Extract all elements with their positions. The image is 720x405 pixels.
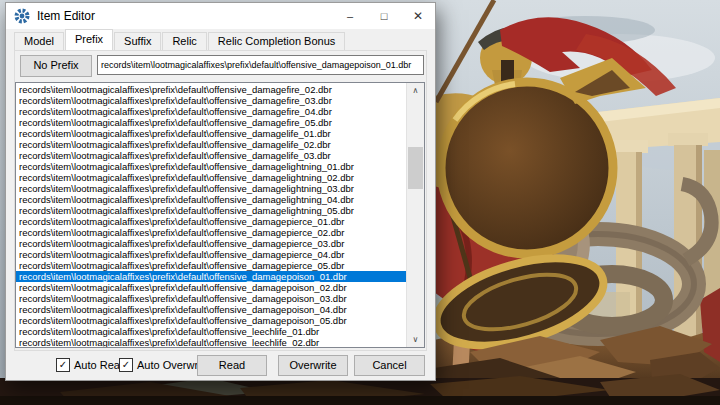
overwrite-button[interactable]: Overwrite	[278, 355, 348, 376]
tab-suffix[interactable]: Suffix	[114, 32, 161, 50]
checkmark-icon[interactable]: ✓	[119, 358, 133, 372]
list-item[interactable]: records\item\lootmagicalaffixes\prefix\d…	[16, 249, 406, 260]
tab-bar: ModelPrefixSuffixRelicRelic Completion B…	[14, 30, 427, 50]
scroll-down-icon[interactable]: ∨	[407, 332, 424, 347]
cancel-button[interactable]: Cancel	[354, 355, 425, 376]
list-item[interactable]: records\item\lootmagicalaffixes\prefix\d…	[16, 282, 406, 293]
list-item[interactable]: records\item\lootmagicalaffixes\prefix\d…	[16, 216, 406, 227]
titlebar[interactable]: Item Editor – □ ✕	[6, 3, 435, 29]
list-item[interactable]: records\item\lootmagicalaffixes\prefix\d…	[16, 117, 406, 128]
list-item[interactable]: records\item\lootmagicalaffixes\prefix\d…	[16, 227, 406, 238]
scroll-up-icon[interactable]: ∧	[407, 83, 424, 98]
list-item[interactable]: records\item\lootmagicalaffixes\prefix\d…	[16, 337, 406, 348]
window-title: Item Editor	[37, 9, 95, 23]
prefix-list: records\item\lootmagicalaffixes\prefix\d…	[16, 84, 406, 347]
list-item[interactable]: records\item\lootmagicalaffixes\prefix\d…	[16, 95, 406, 106]
close-button[interactable]: ✕	[401, 3, 435, 29]
tab-model[interactable]: Model	[14, 32, 64, 50]
list-item[interactable]: records\item\lootmagicalaffixes\prefix\d…	[16, 205, 406, 216]
maximize-button[interactable]: □	[367, 3, 401, 29]
list-item[interactable]: records\item\lootmagicalaffixes\prefix\d…	[16, 172, 406, 183]
item-editor-window: Item Editor – □ ✕ ModelPrefixSuffixRelic…	[5, 2, 436, 381]
list-item[interactable]: records\item\lootmagicalaffixes\prefix\d…	[16, 315, 406, 326]
list-item[interactable]: records\item\lootmagicalaffixes\prefix\d…	[16, 139, 406, 150]
minimize-button[interactable]: –	[333, 3, 367, 29]
tab-prefix[interactable]: Prefix	[65, 29, 113, 50]
list-item[interactable]: records\item\lootmagicalaffixes\prefix\d…	[16, 183, 406, 194]
list-item[interactable]: records\item\lootmagicalaffixes\prefix\d…	[16, 84, 406, 95]
no-prefix-button[interactable]: No Prefix	[20, 55, 92, 77]
prefix-listbox: records\item\lootmagicalaffixes\prefix\d…	[15, 82, 425, 348]
list-item[interactable]: records\item\lootmagicalaffixes\prefix\d…	[16, 161, 406, 172]
list-scrollbar[interactable]: ∧ ∨	[406, 83, 424, 347]
list-item[interactable]: records\item\lootmagicalaffixes\prefix\d…	[16, 326, 406, 337]
list-item[interactable]: records\item\lootmagicalaffixes\prefix\d…	[16, 304, 406, 315]
list-item[interactable]: records\item\lootmagicalaffixes\prefix\d…	[16, 128, 406, 139]
tab-relic-completion-bonus[interactable]: Relic Completion Bonus	[208, 32, 345, 50]
prefix-path-field[interactable]	[97, 55, 424, 75]
list-item[interactable]: records\item\lootmagicalaffixes\prefix\d…	[16, 150, 406, 161]
list-item[interactable]: records\item\lootmagicalaffixes\prefix\d…	[16, 271, 406, 282]
tab-relic[interactable]: Relic	[162, 32, 206, 50]
auto-read-checkbox[interactable]: ✓ Auto Read	[56, 358, 126, 372]
list-item[interactable]: records\item\lootmagicalaffixes\prefix\d…	[16, 106, 406, 117]
list-item[interactable]: records\item\lootmagicalaffixes\prefix\d…	[16, 238, 406, 249]
list-item[interactable]: records\item\lootmagicalaffixes\prefix\d…	[16, 260, 406, 271]
gear-icon	[14, 8, 30, 24]
dialog-footer: ✓ Auto Read ✓ Auto Overwrite Read Overwr…	[6, 350, 435, 380]
prefix-tab-page: No Prefix records\item\lootmagicalaffixe…	[14, 50, 427, 351]
list-item[interactable]: records\item\lootmagicalaffixes\prefix\d…	[16, 293, 406, 304]
read-button[interactable]: Read	[197, 355, 267, 376]
checkmark-icon[interactable]: ✓	[56, 358, 70, 372]
scrollbar-thumb[interactable]	[408, 147, 423, 189]
list-item[interactable]: records\item\lootmagicalaffixes\prefix\d…	[16, 194, 406, 205]
